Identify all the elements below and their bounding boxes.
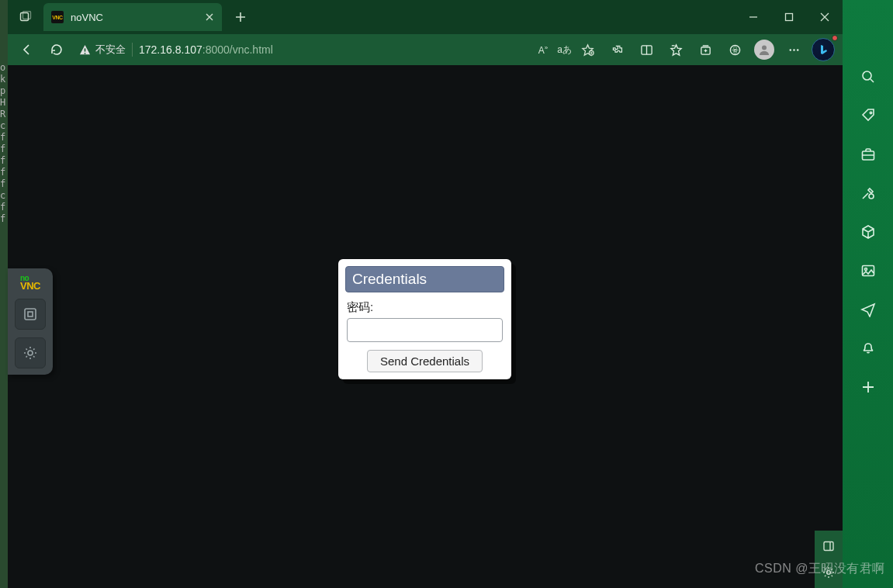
send-credentials-button[interactable]: Send Credentials — [367, 350, 483, 372]
send-icon[interactable] — [857, 298, 880, 321]
svg-point-20 — [869, 194, 874, 199]
svg-rect-15 — [824, 542, 833, 551]
settings-button[interactable] — [15, 337, 46, 368]
read-aloud-icon[interactable]: A» — [538, 44, 548, 56]
svg-point-18 — [870, 112, 871, 113]
extensions-button[interactable] — [604, 36, 630, 63]
tab-actions-button[interactable] — [12, 4, 39, 30]
page-content: noVNC Credentials 密码: Send Credentials — [8, 65, 843, 588]
maximize-button[interactable] — [771, 2, 807, 33]
toolbar: 不安全 172.16.8.107:8000/vnc.html A» aあ — [8, 34, 843, 65]
svg-point-22 — [864, 268, 867, 271]
svg-text:e: e — [733, 47, 736, 54]
fullscreen-button[interactable] — [15, 299, 46, 330]
tools-icon[interactable] — [857, 182, 880, 205]
favicon-icon: VNC — [51, 11, 64, 23]
sidebar-toggle-button[interactable] — [818, 535, 839, 557]
warning-icon — [79, 44, 91, 56]
titlebar: VNC noVNC — [8, 0, 843, 34]
address-bar[interactable]: 不安全 172.16.8.107:8000/vnc.html A» aあ — [73, 38, 601, 61]
edge-sidebar — [815, 531, 843, 588]
collections-button[interactable] — [692, 36, 718, 63]
image-icon[interactable] — [857, 259, 880, 282]
credentials-dialog: Credentials 密码: Send Credentials — [338, 259, 511, 379]
translate-icon[interactable]: aあ — [557, 43, 572, 57]
url-text: 172.16.8.107:8000/vnc.html — [139, 43, 273, 56]
separator — [132, 43, 133, 57]
refresh-button[interactable] — [43, 36, 70, 63]
novnc-logo-icon: noVNC — [20, 275, 40, 291]
dialog-title: Credentials — [345, 266, 504, 292]
cube-icon[interactable] — [857, 220, 880, 244]
browser-tab[interactable]: VNC noVNC — [43, 3, 222, 31]
notification-icon[interactable] — [857, 337, 880, 360]
favorites-button[interactable] — [663, 36, 689, 63]
split-screen-button[interactable] — [633, 36, 659, 63]
password-label: 密码: — [347, 300, 503, 315]
svg-point-17 — [863, 71, 871, 80]
background-text: o k p H R c f f f f f c f f — [0, 62, 8, 225]
notification-dot-icon — [832, 35, 838, 41]
back-button[interactable] — [14, 36, 40, 63]
security-indicator[interactable]: 不安全 — [79, 43, 126, 57]
close-window-button[interactable] — [807, 2, 843, 33]
password-input[interactable] — [347, 318, 503, 342]
watermark: CSDN @王昭没有君啊 — [755, 561, 885, 577]
svg-point-10 — [793, 49, 794, 50]
svg-point-11 — [796, 49, 798, 50]
minimize-button[interactable] — [736, 2, 771, 33]
new-tab-button[interactable] — [228, 5, 253, 29]
svg-rect-13 — [28, 312, 33, 316]
window-controls — [736, 2, 843, 33]
security-label: 不安全 — [95, 43, 126, 57]
menu-button[interactable] — [781, 36, 807, 63]
svg-rect-2 — [786, 14, 793, 21]
favorite-icon[interactable] — [581, 43, 594, 57]
novnc-control-bar[interactable]: noVNC — [8, 268, 53, 375]
browser-window: VNC noVNC 不安全 17 — [8, 0, 843, 588]
briefcase-icon[interactable] — [857, 143, 880, 166]
svg-point-8 — [762, 46, 767, 50]
bing-chat-button[interactable] — [810, 36, 836, 63]
profile-button[interactable] — [751, 36, 777, 63]
close-tab-button[interactable] — [205, 12, 214, 22]
outer-sidebar — [843, 0, 893, 588]
svg-point-9 — [789, 49, 791, 50]
svg-rect-12 — [25, 309, 36, 320]
ie-mode-button[interactable]: e — [722, 36, 748, 63]
tab-title: noVNC — [71, 12, 103, 23]
tag-icon[interactable] — [857, 104, 880, 127]
add-icon[interactable] — [857, 375, 880, 399]
search-icon[interactable] — [857, 65, 880, 88]
svg-point-14 — [28, 351, 33, 355]
